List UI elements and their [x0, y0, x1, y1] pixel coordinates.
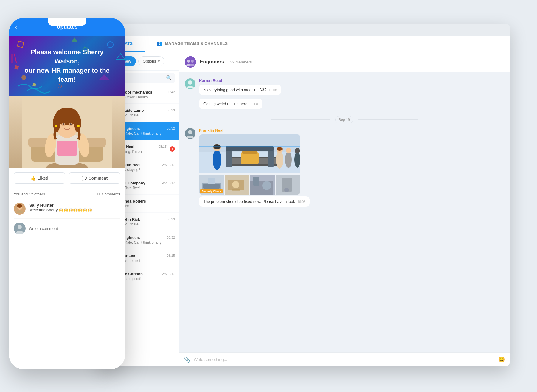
chat-header-avatar [185, 56, 196, 68]
chat-header-name: Engineers [200, 59, 224, 65]
chat-time: 2/3/2017 [162, 272, 175, 276]
svg-rect-19 [57, 141, 77, 156]
svg-point-24 [74, 114, 81, 132]
security-scene-svg [199, 134, 300, 173]
svg-rect-71 [241, 152, 259, 164]
svg-marker-11 [72, 37, 77, 42]
chat-time: 08:33 [167, 217, 175, 221]
svg-rect-89 [203, 184, 220, 189]
chat-header-members: 32 members [230, 60, 252, 64]
date-divider: Sep 19 [185, 117, 504, 122]
chat-time: 3/2/2017 [162, 181, 175, 185]
media-grid: Security Check [199, 134, 300, 195]
messages-area: Karren Read Is everything good with mach… [179, 72, 510, 352]
back-button[interactable]: ‹ [15, 24, 17, 30]
svg-point-66 [188, 130, 192, 134]
svg-point-28 [70, 123, 72, 125]
franklin-messages: Franklin Neal [199, 128, 504, 207]
comment-item: Sally Hunter Welcome Sherry 🙌🙌🙌🙌🙌🙌🙌 [14, 199, 120, 219]
options-button[interactable]: Options ▾ [138, 56, 164, 66]
message-text: Getting weird results here [203, 102, 247, 106]
chat-time: 08:15 [167, 254, 175, 257]
svg-point-33 [17, 204, 22, 208]
emoji-icon[interactable]: 😊 [498, 356, 505, 363]
engineers-header-avatar [185, 56, 196, 68]
comments-count: 11 Comments [96, 192, 120, 196]
main-area: ⊕ + Add new Options ▾ 🔍 [98, 52, 510, 366]
chat-input-bar: 📎 😊 [179, 352, 510, 366]
window-titlebar [98, 24, 510, 36]
franklin-message-group: Franklin Neal [185, 128, 504, 207]
svg-point-82 [285, 151, 292, 168]
message-text: The problem should be fixed now. Please … [203, 199, 295, 204]
tab-manage[interactable]: 👥 MANAGE TEAMS & CHANNELS [145, 36, 240, 52]
media-thumb-1: Security Check [199, 175, 224, 195]
phone-header: ‹ Updates [9, 18, 125, 36]
tab-manage-label: MANAGE TEAMS & CHANNELS [165, 41, 228, 46]
like-button[interactable]: 👍 Liked [14, 172, 65, 184]
chat-header: Engineers 32 members [179, 52, 510, 72]
svg-rect-75 [226, 146, 274, 151]
write-comment-bar [9, 219, 125, 238]
svg-point-1 [107, 42, 113, 48]
chat-detail-panel: Engineers 32 members [179, 52, 510, 366]
media-main-image [199, 134, 300, 174]
message-time: 16:08 [269, 88, 277, 92]
person-illustration [22, 96, 112, 168]
svg-point-76 [213, 149, 221, 170]
thumb4-svg [276, 175, 298, 195]
svg-rect-72 [242, 151, 257, 154]
phone-body: Please welcome Sherry Watson,our new HR … [9, 36, 125, 369]
svg-point-64 [188, 80, 192, 85]
banner-text: Please welcome Sherry Watson,our new HR … [18, 48, 116, 84]
write-comment-input[interactable] [29, 226, 120, 231]
svg-point-29 [55, 125, 57, 127]
comment-button[interactable]: 💬 Comment [69, 172, 120, 184]
svg-point-98 [262, 181, 271, 190]
franklin-avatar-img [185, 128, 195, 139]
comment-author: Sally Hunter [29, 203, 92, 208]
svg-point-84 [294, 152, 300, 168]
message-time: 16:08 [297, 200, 306, 203]
svg-point-30 [77, 125, 80, 127]
svg-point-85 [295, 148, 300, 153]
sender-name: Franklin Neal [199, 128, 504, 133]
phone-notch [48, 18, 86, 26]
sender-name: Karren Read [199, 78, 504, 83]
media-thumb-3 [250, 175, 275, 195]
comment-avatar [14, 203, 26, 215]
thumb3-svg [250, 175, 273, 195]
franklin-avatar [185, 128, 195, 139]
svg-point-27 [63, 123, 64, 125]
svg-point-23 [53, 114, 60, 132]
desktop-window: 💬 CHATS 👥 MANAGE TEAMS & CHANNELS ⊕ + Ad… [98, 24, 510, 366]
person-photo [9, 96, 125, 168]
window-content: 💬 CHATS 👥 MANAGE TEAMS & CHANNELS ⊕ + Ad… [98, 36, 510, 366]
chevron-down-icon: ▾ [158, 59, 160, 63]
mobile-phone: ‹ Updates [9, 18, 125, 369]
message-time: 16:08 [250, 102, 258, 106]
comment-text: Welcome Sherry 🙌🙌🙌🙌🙌🙌🙌 [29, 208, 92, 212]
chat-time: 08:15 [158, 145, 167, 148]
svg-point-93 [232, 181, 239, 188]
svg-rect-0 [17, 41, 24, 48]
attachment-icon[interactable]: 📎 [184, 356, 190, 363]
svg-point-83 [286, 148, 291, 153]
svg-point-81 [277, 147, 283, 151]
svg-line-8 [14, 54, 16, 63]
chat-time: 2/3/2017 [162, 163, 175, 167]
thumb2-svg [225, 175, 247, 195]
media-thumb-2 [225, 175, 249, 195]
media-thumb-4 [276, 175, 300, 195]
karren-avatar [185, 78, 195, 89]
svg-point-102 [284, 188, 289, 192]
karren-avatar-img [185, 78, 195, 89]
chat-input[interactable] [194, 357, 495, 362]
update-banner: Please welcome Sherry Watson,our new HR … [9, 36, 125, 96]
like-icon: 👍 [31, 176, 36, 181]
likes-count: You and 12 others [14, 192, 45, 196]
svg-rect-97 [253, 177, 259, 186]
avatar-illustration [14, 203, 26, 215]
svg-point-35 [18, 225, 22, 229]
chat-time: 08:32 [167, 127, 175, 130]
